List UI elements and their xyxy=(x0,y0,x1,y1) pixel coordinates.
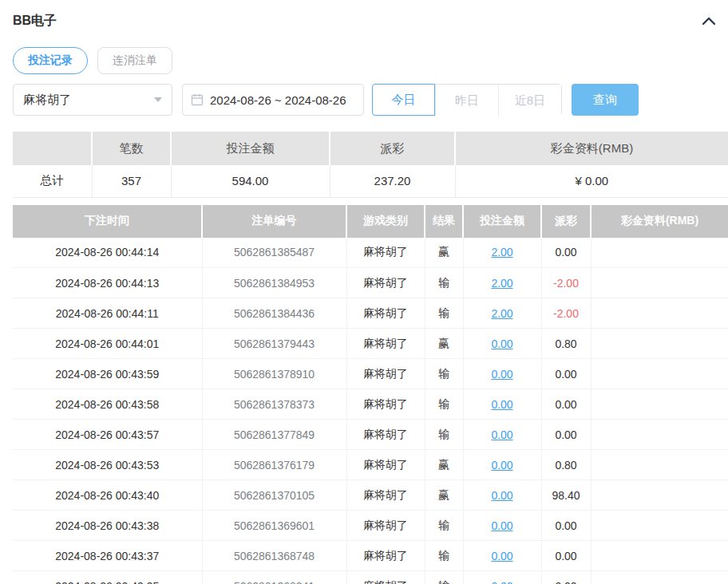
table-row: 2024-08-26 00:43:53 5062861376179 麻将胡了 赢… xyxy=(13,450,728,480)
summary-header-row: 笔数 投注金额 派彩 彩金资料(RMB) xyxy=(13,132,728,165)
bonus-cell xyxy=(591,389,728,420)
order-number-cell: 5062861376179 xyxy=(202,450,346,480)
bonus-cell xyxy=(591,571,728,584)
payout-cell: 98.40 xyxy=(541,480,591,511)
summary-total-label: 总计 xyxy=(13,165,92,197)
bet-amount-link[interactable]: 0.00 xyxy=(491,337,512,350)
bet-time-cell: 2024-08-26 00:43:40 xyxy=(13,480,202,511)
last-8-days-button[interactable]: 近8日 xyxy=(498,85,561,116)
summary-header-count: 笔数 xyxy=(92,132,171,165)
bet-time-cell: 2024-08-26 00:44:11 xyxy=(13,298,202,329)
bet-amount-link[interactable]: 0.00 xyxy=(491,580,512,584)
bet-amount-cell: 2.00 xyxy=(463,298,541,329)
payout-cell: 0.00 xyxy=(541,511,591,541)
bet-amount-cell: 0.00 xyxy=(463,571,541,584)
bet-time-cell: 2024-08-26 00:44:14 xyxy=(13,238,202,268)
bet-amount-cell: 0.00 xyxy=(463,450,541,480)
bet-amount-link[interactable]: 0.00 xyxy=(491,550,512,562)
summary-total-row: 总计 357 594.00 237.20 ¥ 0.00 xyxy=(13,165,728,197)
order-number-cell: 5062861369601 xyxy=(202,511,346,541)
bet-amount-cell: 2.00 xyxy=(463,238,541,268)
panel-title: BB电子 xyxy=(13,13,57,30)
game-select-value: 麻将胡了 xyxy=(23,93,71,108)
result-cell: 赢 xyxy=(425,450,463,480)
order-number-cell: 5062861384436 xyxy=(202,298,346,329)
game-type-cell: 麻将胡了 xyxy=(346,298,425,329)
today-button[interactable]: 今日 xyxy=(372,84,435,116)
date-range-input[interactable]: 2024-08-26 ~ 2024-08-26 xyxy=(182,84,364,116)
bet-amount-link[interactable]: 2.00 xyxy=(491,246,512,258)
result-cell: 输 xyxy=(425,298,463,329)
payout-cell: 0.80 xyxy=(541,329,591,359)
tab-cancelled-orders[interactable]: 连消注单 xyxy=(97,47,172,74)
result-cell: 输 xyxy=(425,268,463,298)
query-button[interactable]: 查询 xyxy=(572,84,639,116)
bonus-cell xyxy=(591,420,728,450)
payout-cell: 0.00 xyxy=(541,541,591,571)
bet-amount-link[interactable]: 2.00 xyxy=(491,277,512,290)
game-type-cell: 麻将胡了 xyxy=(346,541,425,571)
payout-cell: 0.00 xyxy=(541,238,591,268)
summary-header-payout: 派彩 xyxy=(330,132,455,165)
game-type-cell: 麻将胡了 xyxy=(346,450,425,480)
bet-amount-link[interactable]: 0.00 xyxy=(491,398,512,411)
bonus-cell xyxy=(591,450,728,480)
order-number-cell: 5062861378373 xyxy=(202,389,346,420)
yesterday-button[interactable]: 昨日 xyxy=(435,85,498,116)
bet-amount-cell: 0.00 xyxy=(463,420,541,450)
bonus-cell xyxy=(591,511,728,541)
collapse-panel-button[interactable] xyxy=(701,14,717,30)
payout-cell: 0.80 xyxy=(541,450,591,480)
table-row: 2024-08-26 00:43:59 5062861378910 麻将胡了 输… xyxy=(13,359,728,389)
order-number-cell: 5062861378910 xyxy=(202,359,346,389)
result-cell: 输 xyxy=(425,541,463,571)
order-number-cell: 5062861385487 xyxy=(202,238,346,268)
bet-time-cell: 2024-08-26 00:43:35 xyxy=(13,571,202,584)
bet-amount-link[interactable]: 0.00 xyxy=(491,519,512,532)
bet-amount-cell: 0.00 xyxy=(463,329,541,359)
payout-cell: 0.00 xyxy=(541,571,591,584)
game-select[interactable]: 麻将胡了 xyxy=(13,84,172,116)
bet-time-cell: 2024-08-26 00:43:58 xyxy=(13,389,202,420)
summary-header-bet-amount: 投注金额 xyxy=(171,132,330,165)
result-cell: 输 xyxy=(425,389,463,420)
payout-cell: -2.00 xyxy=(541,298,591,329)
payout-cell: 0.00 xyxy=(541,359,591,389)
bonus-cell xyxy=(591,238,728,268)
result-cell: 赢 xyxy=(425,238,463,268)
summary-table: 笔数 投注金额 派彩 彩金资料(RMB) 总计 357 594.00 237.2… xyxy=(13,132,728,198)
bet-table-body: 2024-08-26 00:44:14 5062861385487 麻将胡了 赢… xyxy=(13,238,728,584)
table-row: 2024-08-26 00:43:37 5062861368748 麻将胡了 输… xyxy=(13,541,728,571)
game-type-cell: 麻将胡了 xyxy=(346,389,425,420)
game-type-cell: 麻将胡了 xyxy=(346,238,425,268)
payout-cell: 0.00 xyxy=(541,420,591,450)
table-row: 2024-08-26 00:43:40 5062861370105 麻将胡了 赢… xyxy=(13,480,728,511)
result-cell: 输 xyxy=(425,571,463,584)
bonus-cell xyxy=(591,329,728,359)
summary-header-bonus: 彩金资料(RMB) xyxy=(455,132,728,165)
bet-amount-cell: 0.00 xyxy=(463,541,541,571)
table-row: 2024-08-26 00:43:38 5062861369601 麻将胡了 输… xyxy=(13,511,728,541)
record-tabs: 投注记录 连消注单 xyxy=(13,47,728,74)
filter-bar: 麻将胡了 2024-08-26 ~ 2024-08-26 今日 昨日 近8日 查… xyxy=(13,84,728,116)
bonus-cell xyxy=(591,268,728,298)
bet-amount-link[interactable]: 0.00 xyxy=(491,428,512,441)
bonus-cell xyxy=(591,298,728,329)
header-bet-amount: 投注金额 xyxy=(463,205,541,238)
bet-time-cell: 2024-08-26 00:44:13 xyxy=(13,268,202,298)
bet-amount-link[interactable]: 0.00 xyxy=(491,368,512,381)
game-type-cell: 麻将胡了 xyxy=(346,329,425,359)
payout-cell: 0.00 xyxy=(541,389,591,420)
bet-amount-link[interactable]: 2.00 xyxy=(491,307,512,320)
bet-amount-link[interactable]: 0.00 xyxy=(491,489,512,502)
bet-time-cell: 2024-08-26 00:43:38 xyxy=(13,511,202,541)
order-number-cell: 5062861377849 xyxy=(202,420,346,450)
bet-amount-link[interactable]: 0.00 xyxy=(491,459,512,472)
result-cell: 赢 xyxy=(425,480,463,511)
summary-total-bonus: ¥ 0.00 xyxy=(455,165,728,197)
result-cell: 输 xyxy=(425,359,463,389)
result-cell: 输 xyxy=(425,420,463,450)
quick-date-button-group: 今日 昨日 近8日 xyxy=(372,84,562,116)
summary-total-bet-amount: 594.00 xyxy=(171,165,330,197)
tab-bet-records[interactable]: 投注记录 xyxy=(13,47,88,74)
